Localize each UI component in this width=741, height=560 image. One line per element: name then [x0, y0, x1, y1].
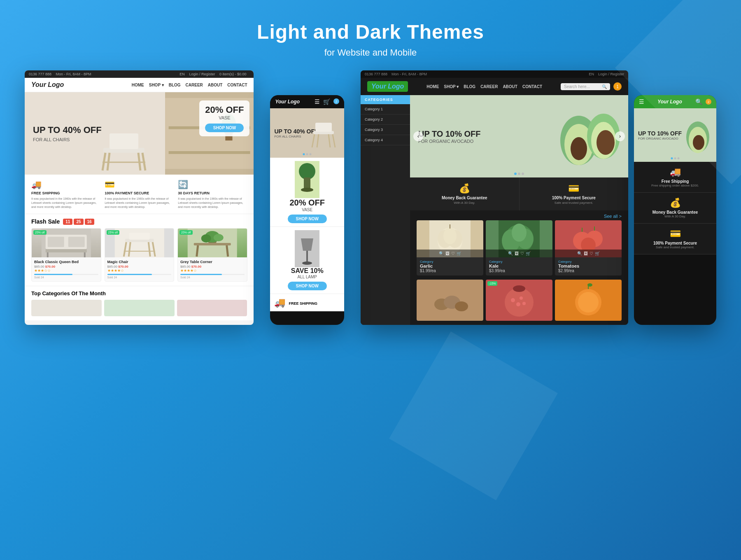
- mobile-cart-badge: 2: [333, 98, 339, 104]
- dark-sidebar: CATEGORIES Category 1 Category 2 Categor…: [361, 95, 410, 325]
- svg-point-54: [597, 130, 615, 155]
- garlic-img: 🔍 🖼 ♡ 🛒: [417, 220, 483, 257]
- nav-blog[interactable]: BLOG: [169, 83, 181, 87]
- dark-search[interactable]: Search here... 🔍: [561, 83, 610, 90]
- search-icon[interactable]: 🔍: [602, 84, 607, 89]
- nav-career[interactable]: CAREER: [186, 83, 203, 87]
- svg-point-44: [301, 188, 313, 192]
- nav-about[interactable]: ABOUT: [208, 83, 223, 87]
- svg-point-65: [512, 224, 527, 242]
- mobile-ship-sub-dark: Free shipping order above $200.: [639, 184, 711, 187]
- nav-shop[interactable]: SHOP ▾: [149, 83, 164, 87]
- topbar-lang: EN: [179, 72, 185, 76]
- mobile-icons: ☰ 🛒 2: [315, 98, 339, 105]
- categories-title: Top Categories Of The Month: [31, 290, 247, 296]
- dark-nav-about[interactable]: ABOUT: [503, 84, 517, 89]
- svg-point-33: [201, 234, 211, 243]
- kale-cart-icon[interactable]: 🛒: [526, 251, 531, 256]
- svg-rect-1: [110, 133, 138, 149]
- dark-nav-contact[interactable]: CONTACT: [522, 84, 542, 89]
- nav-home[interactable]: HOME: [132, 83, 144, 87]
- garlic-heart-icon[interactable]: ♡: [451, 251, 455, 256]
- hamburger-icon[interactable]: ☰: [315, 98, 320, 105]
- dark-nav-career[interactable]: CAREER: [480, 84, 498, 89]
- orange-svg: [555, 280, 622, 321]
- light-topbar: 0136 777 888 Mon - Fri, 8AM - 8PM EN Log…: [25, 70, 254, 78]
- svg-point-90: [693, 135, 704, 150]
- product-prices-table: $85.00 $70.00: [180, 265, 245, 268]
- product-img-table: 25% off: [178, 229, 247, 257]
- mobile-shop-btn[interactable]: SHOP NOW: [288, 215, 327, 223]
- old-price-bed: $85.00: [34, 265, 44, 268]
- kale-category: Category: [489, 260, 549, 264]
- shop-now-btn[interactable]: SHOP NOW: [205, 124, 244, 132]
- dark-nav-home[interactable]: HOME: [426, 84, 439, 89]
- tomato-search-icon[interactable]: 🔍: [577, 251, 582, 256]
- tomato-image-icon[interactable]: 🖼: [584, 251, 588, 256]
- hero-prev-btn[interactable]: ‹: [413, 131, 423, 141]
- topbar-cart: 0 item(s) - $0.00: [219, 72, 247, 76]
- svg-line-29: [197, 245, 198, 257]
- product-name-table: Grey Table Corner: [180, 260, 245, 264]
- svg-line-30: [227, 245, 228, 257]
- mobile-dark-feature-money: 💰 Money Back Guarantee With A 30 Day.: [634, 193, 716, 224]
- svg-point-79: [511, 298, 515, 302]
- lamp-shop-btn[interactable]: SHOP NOW: [288, 282, 327, 290]
- category-item-3[interactable]: [177, 300, 247, 316]
- money-title: Money Back Guarantee: [416, 196, 513, 200]
- sidebar-header: CATEGORIES: [361, 95, 410, 104]
- tomato-cart-icon[interactable]: 🛒: [595, 251, 600, 256]
- hero-dots: [514, 173, 524, 175]
- hamburger-dark-icon[interactable]: ☰: [639, 98, 644, 105]
- product-dark-nuts: [417, 280, 483, 321]
- sidebar-item-cat1[interactable]: Category 1: [361, 104, 410, 114]
- garlic-search-icon[interactable]: 🔍: [439, 251, 444, 256]
- dark-navbar: Your Logo HOME SHOP ▾ BLOG CAREER ABOUT …: [361, 78, 628, 95]
- mobile-promo-vase: 20% OFF VASE SHOP NOW: [270, 158, 344, 227]
- sidebar-item-cat3[interactable]: Category 3: [361, 125, 410, 135]
- sidebar-item-cat2[interactable]: Category 2: [361, 114, 410, 125]
- dark-phone: 0136 777 888: [365, 72, 387, 76]
- see-all-row: See all >: [410, 210, 628, 220]
- stars-table: ★★★★☆: [180, 268, 245, 273]
- dark-logo[interactable]: Your Logo: [367, 81, 408, 92]
- kale-heart-icon[interactable]: ♡: [520, 251, 524, 256]
- mobile-promo-pct: 20% OFF: [289, 198, 325, 208]
- mobile-ship-icon: 🚚: [274, 297, 285, 308]
- light-theme-mockup: 0136 777 888 Mon - Fri, 8AM - 8PM EN Log…: [25, 70, 254, 325]
- tomato-heart-icon[interactable]: ♡: [590, 251, 593, 256]
- money-sub: With A 30 Day.: [416, 201, 513, 205]
- dark-hero-subline: FOR ORGANIC AVOCADO: [418, 139, 481, 144]
- category-item-1[interactable]: [31, 300, 102, 316]
- page-title: Light and Dark Themes: [0, 21, 741, 43]
- countdown-seconds: 16: [85, 219, 94, 225]
- dark-nav-shop[interactable]: SHOP ▾: [444, 84, 459, 89]
- garlic-cart-icon[interactable]: 🛒: [457, 251, 461, 256]
- old-price-table: $85.00: [180, 265, 190, 268]
- cart-icon[interactable]: 🛒: [323, 98, 330, 105]
- kale-search-icon[interactable]: 🔍: [508, 251, 513, 256]
- features-row: 🚚 FREE SHIPPING It was popularised in th…: [25, 175, 254, 214]
- pomegranate-discount: -15%: [487, 281, 497, 286]
- sold-table: Sold 24: [180, 276, 245, 279]
- dark-navbar-right: Search here... 🔍 1: [561, 82, 622, 91]
- see-all-link[interactable]: See all >: [604, 214, 622, 219]
- svg-rect-28: [194, 243, 231, 245]
- feature-desc-payment: It was popularised in the 1960s with the…: [105, 197, 174, 209]
- hero-next-btn[interactable]: ›: [615, 131, 625, 141]
- product-card-chair: 25% off Magic Chair $85.00 $70.00 ★★★★☆ …: [105, 228, 175, 282]
- feature-return: 🔄 30 DAYS RETURN It was popularised in t…: [178, 180, 247, 209]
- hero-dot-2: [518, 173, 520, 175]
- svg-point-80: [520, 296, 523, 300]
- mobile-promo-lamp: SAVE 10% ALL LAMP SHOP NOW: [270, 227, 344, 294]
- garlic-image-icon[interactable]: 🖼: [445, 251, 450, 256]
- product-info-chair: Magic Chair $85.00 $70.00 ★★★★☆ Sold 24: [105, 257, 174, 281]
- nav-contact[interactable]: CONTACT: [227, 83, 247, 87]
- dark-nav-blog[interactable]: BLOG: [464, 84, 475, 89]
- light-nav-links: HOME SHOP ▾ BLOG CAREER ABOUT CONTACT: [132, 83, 247, 87]
- light-logo[interactable]: Your Logo: [31, 81, 64, 89]
- category-item-2[interactable]: [104, 300, 175, 316]
- kale-image-icon[interactable]: 🖼: [515, 251, 519, 256]
- sidebar-item-cat4[interactable]: Category 4: [361, 135, 410, 145]
- dark-hero-text: UP TO 10% OFF FOR ORGANIC AVOCADO: [418, 129, 481, 144]
